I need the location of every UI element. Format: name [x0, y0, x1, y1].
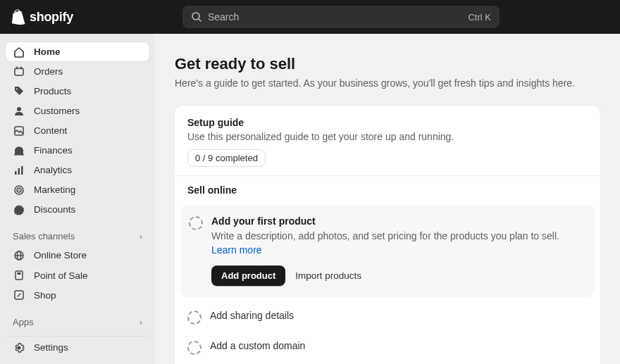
search-shortcut: Ctrl K [468, 12, 491, 23]
sidebar: Home Orders Products Customers Content F… [0, 34, 155, 364]
setup-guide-card: Setup guide Use this personalized guide … [175, 106, 600, 364]
settings-icon [13, 341, 25, 354]
channel-shop[interactable]: Shop [6, 286, 149, 305]
nav-label: Orders [34, 66, 63, 77]
nav-finances[interactable]: Finances [6, 141, 149, 160]
home-icon [13, 46, 25, 58]
topbar: shopify Search Ctrl K [0, 0, 620, 34]
task-add-first-product[interactable]: Add your first product Write a descripti… [180, 206, 595, 297]
nav-label: Point of Sale [34, 270, 88, 281]
orders-icon [13, 65, 25, 78]
setup-guide-desc: Use this personalized guide to get your … [187, 131, 588, 142]
shopify-logo-icon [11, 9, 25, 25]
search-placeholder: Search [208, 11, 469, 23]
import-products-button[interactable]: Import products [295, 270, 361, 281]
task-title: Add a custom domain [210, 340, 588, 351]
task-add-sharing-details[interactable]: Add sharing details [175, 303, 600, 333]
nav-label: Home [34, 46, 61, 57]
nav-label: Marketing [34, 184, 75, 195]
nav-label: Customers [34, 106, 80, 116]
learn-more-link[interactable]: Learn more [211, 244, 262, 256]
nav-label: Analytics [34, 165, 72, 175]
task-add-custom-domain[interactable]: Add a custom domain [175, 333, 600, 363]
channel-online-store[interactable]: Online Store [6, 246, 149, 265]
brand-name: shopify [30, 10, 73, 25]
search-input[interactable]: Search Ctrl K [182, 6, 500, 28]
discounts-icon [13, 203, 25, 216]
nav-label: Finances [34, 145, 73, 156]
section-label: Sales channels [13, 231, 75, 241]
nav-label: Discounts [34, 204, 75, 215]
add-product-button[interactable]: Add product [211, 265, 285, 286]
svg-point-2 [16, 88, 18, 89]
task-title: Add your first product [211, 215, 586, 227]
apps-header[interactable]: Apps › [6, 313, 149, 332]
nav-label: Online Store [34, 250, 87, 261]
shopify-logo[interactable]: shopify [11, 9, 73, 25]
nav-analytics[interactable]: Analytics [6, 161, 149, 180]
page-subtitle: Here's a guide to get started. As your b… [175, 77, 600, 89]
page-title: Get ready to sell [175, 55, 600, 73]
nav-settings[interactable]: Settings [6, 336, 149, 355]
nav-discounts[interactable]: Discounts [6, 200, 149, 219]
nav-label: Content [34, 125, 67, 136]
section-label: Apps [13, 317, 34, 327]
nav-label: Settings [34, 342, 68, 353]
customers-icon [13, 105, 25, 118]
nav-marketing[interactable]: Marketing [6, 180, 149, 199]
setup-guide-title: Setup guide [187, 117, 588, 128]
svg-point-11 [18, 189, 20, 191]
nav-label: Shop [34, 290, 56, 301]
svg-rect-14 [16, 271, 23, 280]
main-content: Get ready to sell Here's a guide to get … [155, 34, 620, 364]
chevron-right-icon: › [140, 231, 142, 241]
search-icon [191, 11, 202, 23]
shop-icon [13, 289, 25, 301]
guide-section-label: Sell online [175, 175, 600, 204]
analytics-icon [13, 164, 25, 177]
nav-customers[interactable]: Customers [6, 101, 149, 120]
task-status-icon [187, 341, 202, 355]
task-status-icon [187, 310, 202, 325]
task-status-icon [189, 216, 203, 230]
pos-icon [13, 269, 25, 282]
task-title: Add sharing details [210, 310, 588, 321]
finances-icon [13, 144, 25, 157]
nav-content[interactable]: Content [6, 121, 149, 140]
chevron-right-icon: › [140, 317, 142, 327]
nav-label: Products [34, 86, 71, 96]
products-icon [13, 85, 25, 98]
marketing-icon [13, 184, 25, 196]
nav-home[interactable]: Home [6, 42, 149, 61]
content-icon [13, 125, 25, 137]
online-store-icon [13, 249, 25, 262]
svg-rect-5 [14, 154, 24, 156]
nav-products[interactable]: Products [6, 82, 149, 101]
svg-rect-6 [15, 171, 17, 175]
channel-pos[interactable]: Point of Sale [6, 266, 149, 285]
nav-orders[interactable]: Orders [6, 62, 149, 81]
svg-rect-15 [18, 272, 21, 275]
svg-point-3 [17, 107, 21, 111]
svg-rect-1 [15, 68, 23, 75]
task-desc: Write a description, add photos, and set… [211, 230, 586, 257]
svg-rect-7 [18, 168, 20, 175]
svg-rect-8 [21, 166, 23, 175]
setup-progress: 0 / 9 completed [187, 149, 266, 167]
sales-channels-header[interactable]: Sales channels › [6, 227, 149, 246]
